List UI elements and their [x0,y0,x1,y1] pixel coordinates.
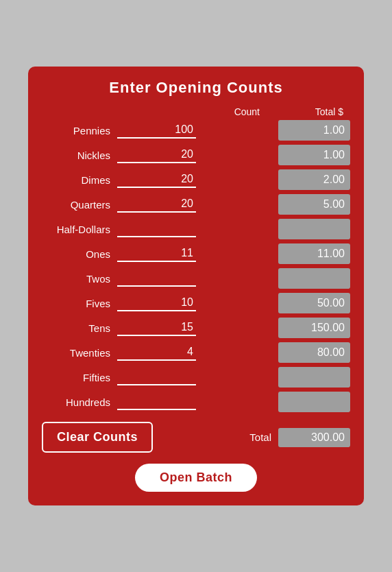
count-input[interactable] [117,295,196,311]
denomination-rows: Pennies1.00Nickles1.00Dimes2.00Quarters5… [42,120,350,412]
total-value-cell: 80.00 [278,342,350,363]
total-value: 300.00 [278,428,350,447]
count-input[interactable] [117,196,196,213]
total-value-cell: 1.00 [278,120,350,141]
total-value-cell [278,367,350,388]
total-value-cell: 1.00 [278,145,350,165]
main-card: Enter Opening Counts Count Total $ Penni… [28,67,364,505]
denomination-label: Half-Dollars [42,224,117,235]
count-input[interactable] [117,394,196,410]
table-row: Pennies1.00 [42,120,350,141]
denomination-label: Twos [42,273,117,285]
count-header: Count [190,106,272,117]
total-value-cell [278,219,350,239]
denomination-label: Tens [42,322,117,334]
table-row: Fifties [42,367,350,388]
count-input[interactable] [117,320,196,336]
total-value-cell: 50.00 [278,293,350,313]
page-title: Enter Opening Counts [42,79,350,97]
table-row: Hundreds [42,392,350,412]
table-row: Fives50.00 [42,293,350,313]
clear-counts-button[interactable]: Clear Counts [42,422,153,453]
table-row: Twenties80.00 [42,342,350,363]
denomination-label: Fives [42,298,117,309]
column-headers: Count Total $ [42,106,350,117]
table-row: Quarters5.00 [42,194,350,215]
denomination-label: Ones [42,248,117,260]
total-value-cell [278,268,350,289]
denomination-label: Nickles [42,150,117,161]
bottom-row: Clear Counts Total 300.00 [42,422,350,453]
grand-total-box: Total 300.00 [249,428,350,447]
count-input[interactable] [117,369,196,385]
total-value-cell: 11.00 [278,243,350,264]
table-row: Nickles1.00 [42,145,350,165]
count-input[interactable] [117,171,196,188]
denomination-label: Hundreds [42,396,117,408]
open-batch-button[interactable]: Open Batch [135,464,257,492]
table-row: Half-Dollars [42,219,350,239]
table-row: Tens150.00 [42,318,350,338]
total-value-cell [278,392,350,412]
table-row: Ones11.00 [42,243,350,264]
count-input[interactable] [117,147,196,163]
denomination-label: Quarters [42,199,117,211]
count-input[interactable] [117,344,196,361]
table-row: Twos [42,268,350,289]
total-value-cell: 2.00 [278,169,350,190]
denomination-label: Dimes [42,174,117,186]
total-label: Total [249,431,271,443]
count-input[interactable] [117,246,196,262]
total-value-cell: 5.00 [278,194,350,215]
total-value-cell: 150.00 [278,318,350,338]
total-header: Total $ [272,106,347,117]
table-row: Dimes2.00 [42,169,350,190]
count-input[interactable] [117,221,196,237]
count-input[interactable] [117,270,196,287]
denomination-label: Pennies [42,125,117,136]
denomination-label: Fifties [42,372,117,383]
count-input[interactable] [117,122,196,139]
denomination-label: Twenties [42,347,117,359]
